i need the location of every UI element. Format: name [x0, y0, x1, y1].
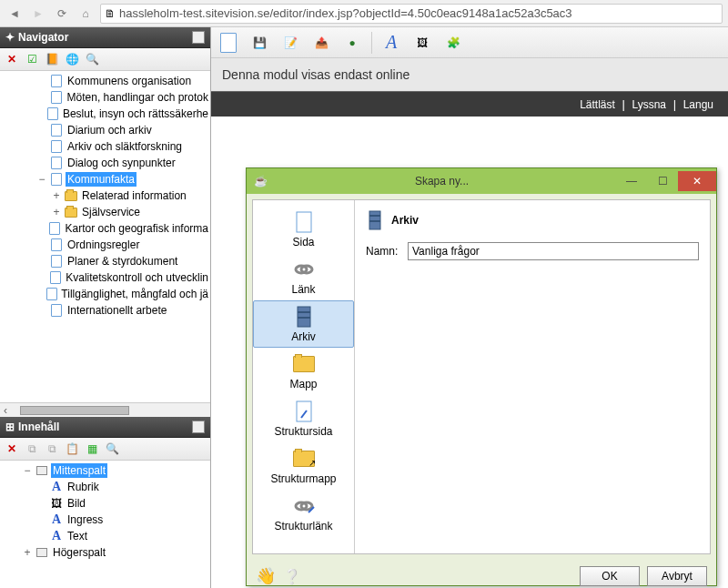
h-scrollbar[interactable]: ‹	[0, 402, 210, 417]
tree-label: Diarium och arkiv	[66, 123, 154, 137]
ok-button[interactable]: OK	[580, 566, 640, 586]
page-icon	[49, 140, 64, 153]
forward-button[interactable]: ►	[29, 5, 47, 23]
page-icon	[49, 255, 64, 268]
paste-icon[interactable]: 📋	[64, 441, 80, 457]
tree-item[interactable]: Ordningsregler	[0, 237, 210, 253]
tree-item[interactable]: +Högerspalt	[0, 544, 210, 561]
reload-button[interactable]: ⟳	[53, 5, 71, 23]
tree-label: Planer & styrdokument	[66, 254, 179, 269]
tree-item[interactable]: 🖼Bild	[0, 495, 210, 512]
tree-label: Dialog och synpunkter	[66, 156, 177, 170]
image-icon[interactable]: 🖼	[410, 31, 434, 55]
dialog-titlebar[interactable]: ☕ Skapa ny... — ☐ ✕	[247, 168, 716, 194]
tree-item[interactable]: Planer & styrdokument	[0, 253, 210, 269]
type-label: Struktursida	[274, 425, 332, 438]
twisty-icon[interactable]: +	[51, 188, 62, 203]
note-icon[interactable]: 📝	[278, 31, 302, 55]
twisty-icon[interactable]: +	[22, 545, 33, 560]
tree-item[interactable]: −Kommunfakta	[0, 171, 210, 188]
add-icon[interactable]: ▦	[84, 441, 100, 457]
hand-icon[interactable]: 👋	[256, 566, 276, 586]
publish-icon[interactable]: ●	[340, 31, 364, 55]
check-icon[interactable]: ☑	[24, 51, 40, 67]
twisty-icon[interactable]: −	[22, 463, 33, 478]
cancel-button[interactable]: Avbryt	[647, 566, 707, 586]
tree-item[interactable]: Beslut, insyn och rättssäkerhe	[0, 106, 210, 122]
lattlast-link[interactable]: Lättläst	[576, 98, 619, 111]
back-button[interactable]: ◄	[5, 5, 24, 23]
lyssna-link[interactable]: Lyssna	[628, 98, 670, 111]
home-button[interactable]: ⌂	[76, 5, 95, 23]
url-input[interactable]	[119, 6, 718, 20]
tree-label: Bild	[66, 496, 87, 511]
type-struktursida[interactable]: Struktursida	[253, 395, 354, 442]
navigator-tree[interactable]: Kommunens organisationMöten, handlingar …	[0, 71, 210, 402]
type-label: Strukturmapp	[270, 472, 336, 485]
innehall-title: Innehåll	[18, 421, 59, 433]
type-mapp[interactable]: Mapp	[253, 348, 354, 395]
svg-rect-10	[369, 215, 380, 217]
book-icon[interactable]: 📙	[44, 51, 60, 67]
type-länk[interactable]: Länk	[253, 253, 354, 300]
strukturmapp-icon: ↗	[289, 447, 318, 471]
search-icon[interactable]: 🔍	[84, 51, 100, 67]
help-icon[interactable]: ❔	[283, 568, 301, 585]
language-link[interactable]: Langu	[680, 98, 717, 111]
navigator-toolbar: ✕ ☑ 📙 🌐 🔍	[0, 48, 210, 71]
page-icon	[47, 107, 59, 120]
tree-item[interactable]: AIngress	[0, 512, 210, 528]
delete-icon[interactable]: ✕	[4, 51, 20, 67]
tree-item[interactable]: Möten, handlingar och protok	[0, 89, 210, 106]
name-label: Namn:	[366, 245, 402, 258]
export-icon[interactable]: 📤	[309, 31, 333, 55]
content-icon: ⊞	[5, 421, 15, 433]
save-icon[interactable]: 💾	[248, 31, 271, 55]
type-sida[interactable]: Sida	[253, 206, 354, 253]
type-label: Strukturlänk	[274, 520, 332, 532]
tree-item[interactable]: −Mittenspalt	[0, 462, 210, 479]
page-icon	[46, 288, 57, 300]
type-arkiv[interactable]: Arkiv	[253, 300, 354, 348]
url-bar[interactable]: 🗎	[100, 4, 723, 24]
tree-item[interactable]: +Relaterad information	[0, 188, 210, 204]
tree-item[interactable]: Arkiv och släktforskning	[0, 138, 210, 155]
delete-icon[interactable]: ✕	[4, 441, 20, 457]
type-strukturmapp[interactable]: ↗Strukturmapp	[253, 442, 354, 490]
tree-item[interactable]: Internationellt arbete	[0, 302, 210, 319]
minimize-button[interactable]: —	[616, 171, 647, 191]
globe-icon[interactable]: 🌐	[64, 51, 80, 67]
copy2-icon[interactable]: ⧉	[44, 441, 60, 457]
close-button[interactable]: ✕	[678, 171, 716, 191]
tree-item[interactable]: +Självservice	[0, 204, 210, 220]
module-icon[interactable]: 🧩	[441, 31, 465, 55]
collapse-icon[interactable]	[192, 421, 205, 433]
tree-item[interactable]: Tillgänglighet, mångfald och jä	[0, 286, 210, 302]
tree-item[interactable]: Kvalitetskontroll och utvecklin	[0, 269, 210, 286]
collapse-icon[interactable]	[192, 31, 205, 44]
tree-label: Kvalitetskontroll och utvecklin	[64, 270, 210, 285]
maximize-button[interactable]: ☐	[647, 171, 678, 191]
zoom-icon[interactable]: 🔍	[104, 441, 120, 457]
font-icon[interactable]: A	[379, 31, 403, 55]
tree-item[interactable]: AText	[0, 528, 210, 544]
type-label: Mapp	[289, 378, 317, 390]
tree-label: Beslut, insyn och rättssäkerhe	[61, 106, 210, 121]
tree-item[interactable]: Kartor och geografisk informa	[0, 220, 210, 237]
svg-rect-5	[298, 317, 310, 319]
tree-item[interactable]: Kommunens organisation	[0, 73, 210, 89]
twisty-icon[interactable]: −	[36, 172, 47, 187]
tree-item[interactable]: ARubrik	[0, 479, 210, 495]
tree-label: Ordningsregler	[66, 238, 141, 252]
copy-icon[interactable]: ⧉	[24, 441, 40, 457]
tree-label: Text	[66, 529, 89, 543]
innehall-tree[interactable]: −MittenspaltARubrik🖼BildAIngressAText+Hö…	[0, 461, 210, 588]
type-list[interactable]: SidaLänkArkivMappStruktursida↗Strukturma…	[253, 200, 355, 553]
twisty-icon[interactable]: +	[51, 205, 62, 219]
tree-item[interactable]: Dialog och synpunkter	[0, 155, 210, 171]
type-strukturlänk[interactable]: Strukturlänk	[253, 490, 354, 537]
tree-item[interactable]: Diarium och arkiv	[0, 122, 210, 138]
name-input[interactable]	[408, 242, 699, 260]
page-icon	[49, 304, 64, 317]
new-icon[interactable]	[217, 31, 240, 55]
